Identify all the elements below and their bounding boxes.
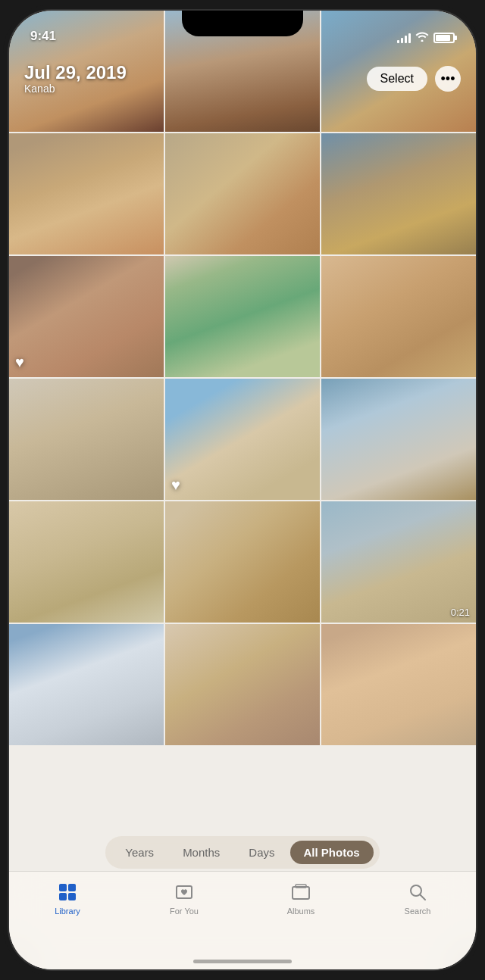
heart-icon: ♥ — [15, 354, 24, 371]
more-button[interactable]: ••• — [435, 66, 461, 92]
filter-item-days[interactable]: Days — [235, 841, 288, 864]
svg-rect-1 — [68, 884, 76, 891]
notch — [182, 11, 303, 36]
photo-cell[interactable]: ♥ — [165, 379, 320, 500]
photo-cell[interactable] — [165, 133, 320, 254]
photo-cell[interactable] — [321, 624, 476, 745]
signal-icon — [397, 33, 411, 43]
svg-rect-5 — [293, 887, 309, 899]
photo-cell[interactable] — [321, 133, 476, 254]
photo-cell[interactable] — [165, 501, 320, 623]
photo-cell[interactable] — [9, 624, 164, 745]
photo-cell[interactable]: 0:21 — [321, 501, 476, 623]
tab-label-library: Library — [55, 907, 80, 916]
photo-cell[interactable] — [321, 379, 476, 500]
svg-rect-0 — [59, 884, 67, 891]
for-you-icon — [173, 881, 196, 904]
photo-cell[interactable] — [9, 133, 164, 254]
phone-shell: 9:41 — [8, 9, 477, 971]
home-indicator — [193, 960, 292, 963]
filter-item-all-photos[interactable]: All Photos — [290, 841, 374, 864]
albums-icon — [289, 881, 312, 904]
header-buttons: Select ••• — [367, 66, 461, 92]
photo-cell[interactable] — [165, 256, 320, 377]
tab-item-library[interactable]: Library — [41, 881, 94, 916]
location-text: Kanab — [24, 83, 127, 95]
wifi-icon — [415, 31, 429, 44]
photo-cell[interactable] — [165, 624, 320, 745]
tab-label-albums: Albums — [287, 907, 315, 916]
date-text: Jul 29, 2019 — [24, 63, 127, 83]
library-icon — [56, 881, 79, 904]
tab-bar: Library For You Albums Search — [9, 871, 476, 969]
photo-cell[interactable]: ♥ — [9, 256, 164, 377]
photo-cell[interactable] — [321, 256, 476, 377]
photo-grid: ♥♥0:21 — [9, 11, 476, 745]
status-icons — [397, 31, 455, 44]
svg-rect-3 — [68, 893, 76, 900]
filter-bar: YearsMonthsDaysAll Photos — [9, 833, 476, 871]
date-location: Jul 29, 2019 Kanab — [24, 63, 127, 95]
filter-item-years[interactable]: Years — [111, 841, 167, 864]
photo-cell[interactable] — [9, 379, 164, 500]
search-icon — [406, 881, 429, 904]
video-badge: 0:21 — [451, 607, 470, 618]
status-time: 9:41 — [30, 29, 56, 44]
battery-icon — [433, 33, 455, 43]
svg-line-8 — [421, 895, 426, 900]
header-overlay: Jul 29, 2019 Kanab Select ••• — [9, 48, 476, 101]
photo-cell[interactable] — [9, 501, 164, 623]
svg-rect-2 — [59, 893, 67, 900]
select-button[interactable]: Select — [367, 67, 427, 91]
filter-pill: YearsMonthsDaysAll Photos — [105, 836, 379, 869]
tab-item-for-you[interactable]: For You — [158, 881, 211, 916]
tab-item-search[interactable]: Search — [391, 881, 444, 916]
photo-area: ♥♥0:21 — [9, 11, 476, 871]
screen: 9:41 — [9, 11, 476, 969]
filter-item-months[interactable]: Months — [169, 841, 233, 864]
tab-label-search: Search — [405, 907, 431, 916]
tab-item-albums[interactable]: Albums — [274, 881, 327, 916]
heart-icon: ♥ — [171, 476, 180, 494]
tab-label-for-you: For You — [170, 907, 199, 916]
